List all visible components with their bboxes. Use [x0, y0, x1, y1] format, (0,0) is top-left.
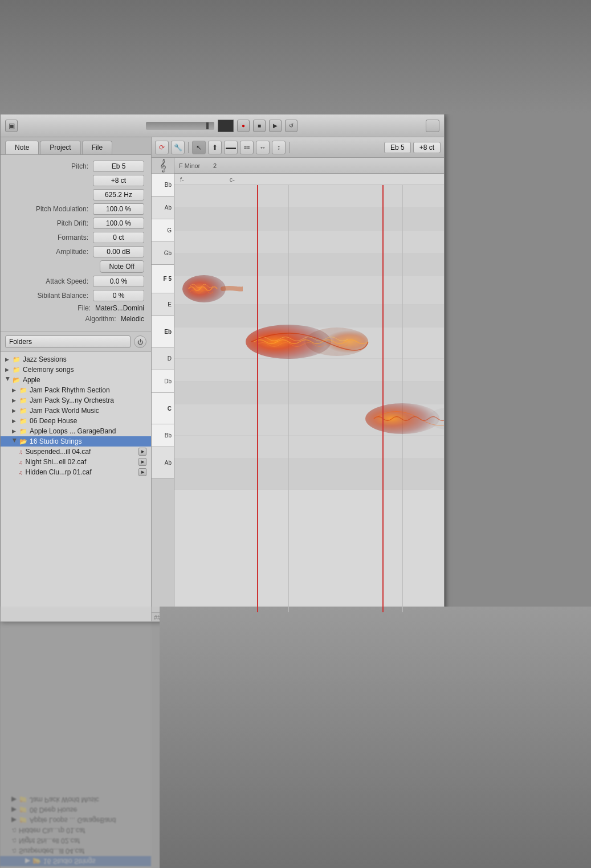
tree-label-deep-house: 06 Deep House [30, 417, 77, 425]
amplitude-value[interactable]: 0.00 dB [93, 246, 144, 257]
tree-arrow-apple: ▶ [5, 377, 11, 383]
file-row: File: MaterS...Domini [7, 304, 144, 312]
transport-slider[interactable] [146, 122, 214, 130]
key-Eb: Eb [152, 316, 174, 347]
cycle-button[interactable]: ↺ [285, 120, 297, 132]
tab-project[interactable]: Project [40, 141, 80, 154]
left-panel: Note Project File Pitch: Eb 5 +8 ct 625.… [1, 137, 152, 621]
tree-arrow-jazz: ▶ [5, 357, 11, 362]
bar-number: 2 [213, 162, 217, 169]
attack-speed-value[interactable]: 0.0 % [93, 276, 144, 287]
attack-speed-row: Attack Speed: 0.0 % [7, 276, 144, 287]
playhead [257, 185, 258, 612]
extra-button[interactable] [426, 120, 439, 132]
file-icon-night-shi: ♫ [19, 459, 23, 465]
grid-row-8 [174, 359, 444, 382]
tab-file[interactable]: File [82, 141, 112, 154]
file-browser: Folders ⏻ ▶ 📁 Jazz Sessions ▶ 📁 [1, 332, 151, 621]
tree-item-celemony[interactable]: ▶ 📁 Celemony songs [1, 365, 151, 375]
algorithm-row: Algorithm: Melodic [7, 315, 144, 323]
stop-button[interactable]: ■ [253, 120, 266, 132]
power-button[interactable]: ⏻ [134, 335, 146, 348]
tree-label-hidden-clu: Hidden Clu...rp 01.caf [26, 468, 92, 476]
folder-icon-apple-loops: 📁 [19, 428, 27, 435]
attack-speed-label: Attack Speed: [46, 277, 88, 285]
cents-display: +8 ct [413, 142, 441, 153]
key-C: C [152, 393, 174, 424]
tree-label-studio-strings: 16 Studio Strings [30, 437, 81, 445]
arrow-tool-button[interactable]: ↖ [192, 141, 206, 154]
play-button[interactable]: ▶ [269, 120, 282, 132]
piano-keys-area: 𝄞 Bb Ab G Gb F 5 E Eb D Db C Bb Ab [152, 158, 174, 612]
tab-note[interactable]: Note [5, 141, 39, 154]
cents-value[interactable]: +8 ct [93, 175, 144, 186]
scissors-tool-button[interactable]: ≡≡ [240, 141, 254, 154]
hz-value[interactable]: 625.2 Hz [93, 189, 144, 200]
file-icon-hidden-clu: ♫ [19, 469, 23, 476]
tree-item-hidden-clu[interactable]: ♫ Hidden Clu...rp 01.caf ▶ [1, 467, 151, 477]
tree-label-night-shi: Night Shi...ell 02.caf [26, 458, 87, 466]
grid-body [174, 185, 444, 612]
amplitude-label: Amplitude: [56, 248, 88, 256]
tree-item-suspended[interactable]: ♫ Suspended...ill 04.caf ▶ [1, 447, 151, 457]
toolbar-separator-2 [289, 142, 290, 153]
tree-item-jazz-sessions[interactable]: ▶ 📁 Jazz Sessions [1, 354, 151, 365]
note-properties: Pitch: Eb 5 +8 ct 625.2 Hz Pitch Modulat… [1, 155, 151, 332]
pitch-drift-value[interactable]: 100.0 % [93, 218, 144, 229]
file-value: MaterS...Domini [95, 304, 144, 312]
tree-item-apple-loops[interactable]: ▶ 📁 Apple Loops ... GarageBand [1, 426, 151, 436]
tree-item-night-shi[interactable]: ♫ Night Shi...ell 02.caf ▶ [1, 457, 151, 467]
key-Bb-lower: Bb [152, 424, 174, 447]
smart-tool-button[interactable]: ⬆ [208, 141, 222, 154]
key-Ab: Ab [152, 196, 174, 219]
grid-row-1 [174, 185, 444, 208]
play-button-suspended[interactable]: ▶ [138, 448, 146, 456]
svg-point-2 [305, 327, 368, 356]
note-eb-svg [243, 322, 374, 362]
resize-v-tool-button[interactable]: ↕ [272, 141, 286, 154]
tree-item-apple[interactable]: ▶ 📂 Apple [1, 375, 151, 385]
grid-row-11 [174, 436, 444, 458]
pitch-value[interactable]: Eb 5 [93, 161, 144, 172]
tab-bar: Note Project File [1, 137, 151, 155]
tree-item-jam-world[interactable]: ▶ 📁 Jam Pack World Music [1, 406, 151, 416]
play-button-night-shi[interactable]: ▶ [138, 458, 146, 466]
grid-area: 2 F Minor f- c- [174, 158, 444, 612]
tree-label-jam-world: Jam Pack World Music [30, 407, 99, 415]
folder-icon-jam-world: 📁 [19, 407, 27, 415]
draw-tool-button[interactable]: ▬▬ [224, 141, 238, 154]
record-button[interactable]: ● [237, 120, 250, 132]
folder-select[interactable]: Folders [5, 335, 131, 348]
formants-row: Formants: 0 ct [7, 232, 144, 243]
pitch-mod-value[interactable]: 100.0 % [93, 203, 144, 215]
note-off-button[interactable]: Note Off [100, 260, 144, 273]
key-Bb-upper: Bb [152, 174, 174, 196]
pitch-label: Pitch: [71, 162, 88, 170]
grid-header: 2 F Minor [174, 158, 444, 174]
key-E: E [152, 293, 174, 316]
tree-item-jam-rhythm[interactable]: ▶ 📁 Jam Pack Rhythm Section [1, 385, 151, 395]
grid-row-4 [174, 253, 444, 276]
pitch-drift-label: Pitch Drift: [57, 219, 88, 227]
pitch-display: Eb 5 [384, 142, 411, 153]
desktop-bg-top [0, 0, 591, 114]
treble-clef: 𝄞 [152, 158, 174, 174]
tree-label-apple-loops: Apple Loops ... GarageBand [30, 427, 116, 435]
desktop-bg-right [160, 607, 591, 868]
play-button-hidden-clu[interactable]: ▶ [138, 468, 146, 476]
sidebar-toggle-button[interactable]: ▣ [5, 120, 18, 132]
piano-roll: ⟳ 🔧 ↖ ⬆ ▬▬ ≡≡ ↔ ↕ Eb 5 +8 ct [152, 137, 444, 621]
loop-tool-button[interactable]: ⟳ [155, 141, 169, 154]
tree-item-deep-house[interactable]: ▶ 📁 06 Deep House [1, 416, 151, 426]
tree-item-jam-symphony[interactable]: ▶ 📁 Jam Pack Sy...ny Orchestra [1, 395, 151, 406]
sibilant-balance-value[interactable]: 0 % [93, 290, 144, 301]
resize-h-tool-button[interactable]: ↔ [256, 141, 270, 154]
content-area: Note Project File Pitch: Eb 5 +8 ct 625.… [1, 137, 444, 621]
amplitude-row: Amplitude: 0.00 dB [7, 246, 144, 257]
folder-icon-apple: 📂 [13, 376, 21, 384]
formants-value[interactable]: 0 ct [93, 232, 144, 243]
tree-arrow-jam-symphony: ▶ [12, 398, 18, 403]
wrench-tool-button[interactable]: 🔧 [171, 141, 185, 154]
grid-line-1 [288, 185, 289, 612]
tree-item-studio-strings[interactable]: ▶ 📂 16 Studio Strings [1, 436, 151, 447]
